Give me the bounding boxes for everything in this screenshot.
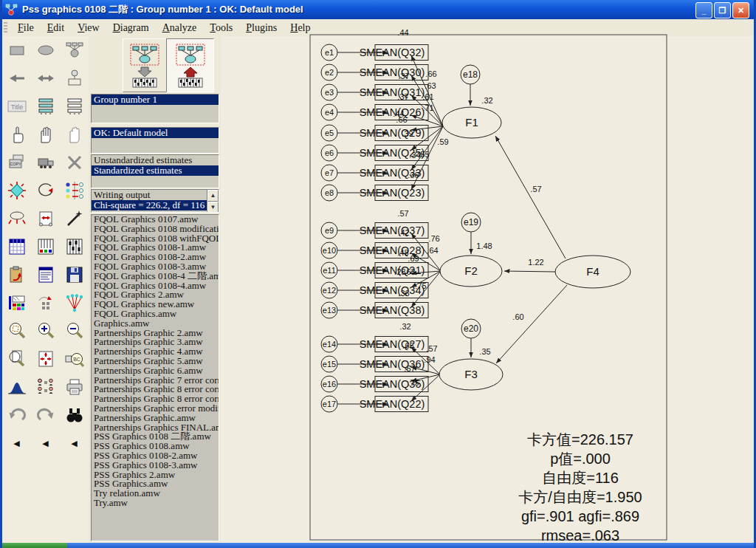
fit-statistic-line-2[interactable]: 自由度=116 [542, 470, 619, 486]
structural-path-F4-to-F2 [504, 271, 555, 272]
select-one-tool[interactable] [2, 120, 31, 148]
fit-statistic-line-0[interactable]: 卡方值=226.157 [527, 431, 633, 448]
covariance-arrow-tool[interactable] [31, 64, 60, 92]
menu-diagram[interactable]: Diagram [106, 21, 156, 35]
file-list[interactable]: FQOL Graphics 0107.amwFQOL Graphics 0108… [91, 214, 219, 541]
fit-statistic-line-3[interactable]: 卡方/自由度=1.950 [518, 489, 642, 505]
menu-file[interactable]: File [11, 21, 41, 35]
save-tool[interactable] [60, 261, 89, 289]
estimate-label-9: .39 [402, 129, 413, 138]
zoom-area-tool[interactable] [2, 317, 31, 345]
fit-statistic-line-1[interactable]: p值=.000 [550, 451, 611, 467]
status-item[interactable]: Chi-square = 226.2, df = 116 [92, 200, 207, 210]
move-parameter-tool[interactable] [2, 205, 31, 233]
start-button[interactable] [2, 543, 67, 548]
models-list[interactable]: OK: Default model [91, 127, 219, 154]
estimate-label-30: .32 [399, 322, 410, 331]
collapse-left-1[interactable]: ◀ [2, 429, 31, 457]
drag-properties-tool[interactable] [31, 289, 60, 317]
duplicate-tool[interactable]: COPY [2, 148, 31, 177]
variables-in-model-tool[interactable] [31, 92, 60, 120]
view-input-path-diagram-button[interactable] [123, 38, 167, 92]
error-label-e14: e14 [323, 340, 336, 349]
group-item[interactable]: Group number 1 [92, 95, 219, 105]
menu-view[interactable]: View [71, 21, 106, 35]
estimate-label-26: 1.48 [476, 242, 492, 250]
erase-tool[interactable] [60, 148, 89, 177]
status-list[interactable]: ▲ ▼ Writing outputChi-square = 226.2, df… [91, 189, 219, 213]
file-item[interactable]: Try.amw [92, 499, 219, 508]
reflect-tool[interactable] [60, 177, 89, 205]
copy-to-clipboard-tool[interactable] [2, 261, 31, 289]
variables-in-dataset-tool[interactable] [60, 92, 89, 120]
scroll-tool[interactable] [31, 205, 60, 233]
scroll-up-button[interactable]: ▲ [207, 190, 219, 202]
menu-grip[interactable] [4, 22, 7, 34]
rotate-tool[interactable] [31, 177, 60, 205]
latent-with-indicators-tool[interactable] [60, 36, 89, 64]
zoom-out-tool[interactable] [60, 317, 89, 345]
estimate-label-33: .94 [424, 355, 435, 364]
multiple-groups-tool[interactable] [31, 373, 60, 401]
object-properties-tool[interactable] [2, 289, 31, 317]
error-label-e3: e3 [325, 88, 334, 97]
estimate-label-1: .66 [425, 69, 436, 78]
preserve-symmetries-tool[interactable] [60, 289, 89, 317]
taskbar[interactable] [2, 543, 754, 548]
error-label-e19: e19 [464, 217, 478, 227]
fit-statistic-line-4[interactable]: gfi=.901 agfi=.869 [521, 508, 639, 524]
indicator-label-e17: SMEAN(Q22) [360, 398, 425, 410]
status-item[interactable]: Writing output [92, 190, 207, 200]
error-label-e2: e2 [325, 68, 334, 77]
collapse-left-3[interactable]: ◀ [60, 429, 89, 457]
indicator-label-e1: SMEAN(Q32) [360, 47, 425, 58]
fit-to-page-tool[interactable] [31, 345, 60, 373]
rectangle-tool[interactable] [2, 36, 31, 64]
fit-statistic-line-5[interactable]: rmsea=.063 [541, 527, 619, 544]
text-output-tool[interactable] [31, 261, 60, 289]
error-label-e18: e18 [463, 69, 478, 80]
zoom-in-tool[interactable] [31, 317, 60, 345]
bayesian-curve-tool[interactable] [2, 373, 31, 401]
status-scrollbar[interactable]: ▲ ▼ [207, 190, 219, 212]
estimate-label-5: .37 [397, 92, 408, 101]
scroll-down-button[interactable]: ▼ [207, 202, 219, 213]
estimates-list[interactable]: Unstandardized estimatesStandardized est… [91, 154, 219, 188]
zoom-page-tool[interactable] [2, 345, 31, 373]
shape-change-tool[interactable] [2, 177, 31, 205]
move-tool[interactable] [31, 148, 60, 177]
model-item[interactable]: OK: Default model [92, 128, 219, 138]
deselect-all-tool[interactable] [60, 120, 89, 148]
menu-analyze[interactable]: Analyze [156, 21, 204, 35]
estimate-label-35: .75 [408, 378, 419, 387]
indicator-label-e9: SMEAN(Q37) [360, 225, 425, 236]
data-files-tool[interactable] [2, 233, 31, 261]
indicator-label-e8: SMEAN(Q23) [360, 187, 425, 199]
calculate-estimates-tool[interactable] [60, 233, 89, 261]
print-tool[interactable] [60, 373, 89, 401]
select-all-tool[interactable] [31, 120, 60, 148]
collapse-left-2[interactable]: ◀ [31, 429, 60, 457]
redo-tool[interactable] [31, 401, 60, 429]
structural-path-F4-to-F1 [495, 136, 566, 258]
estimate-label-17: .42 [398, 228, 409, 237]
indicator-label-e14: SMEAN(Q27) [360, 338, 425, 350]
analysis-properties-tool[interactable] [31, 233, 60, 261]
groups-list[interactable]: Group number 1 [91, 94, 219, 123]
search-tool[interactable] [60, 401, 89, 429]
path-arrow-tool[interactable] [2, 64, 31, 92]
add-error-variable-tool[interactable] [60, 64, 89, 92]
factor-label-F2: F2 [464, 264, 478, 277]
estimate-label-10: .59 [437, 137, 448, 146]
touch-up-wand-tool[interactable] [60, 205, 89, 233]
path-diagram-canvas[interactable]: e1SMEAN(Q32)e2SMEAN(Q30)e3SMEAN(Q31)e4SM… [221, 0, 756, 548]
view-output-path-diagram-button[interactable] [166, 38, 214, 92]
estimates-item[interactable]: Unstandardized estimates [92, 155, 219, 165]
estimates-item[interactable]: Standardized estimates [92, 165, 219, 176]
error-label-e13: e13 [323, 306, 336, 315]
undo-tool[interactable] [2, 401, 31, 429]
menu-edit[interactable]: Edit [41, 21, 71, 35]
title-tool[interactable]: Title [2, 92, 31, 120]
magnify-bc-tool[interactable]: BC [60, 345, 89, 373]
ellipse-tool[interactable] [31, 36, 60, 64]
